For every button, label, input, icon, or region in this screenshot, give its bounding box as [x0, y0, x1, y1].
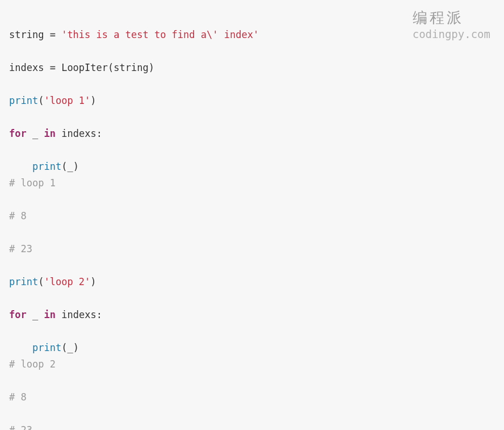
keyword-in: in — [44, 128, 55, 139]
comment: # 8 — [9, 391, 27, 403]
keyword-in: in — [44, 309, 55, 320]
space — [38, 309, 44, 320]
paren-open: ( — [108, 62, 114, 73]
indent — [9, 161, 32, 172]
identifier: indexs — [61, 309, 96, 320]
space — [56, 128, 61, 139]
callable: LoopIter — [61, 62, 108, 73]
paren-open: ( — [38, 95, 44, 106]
colon: : — [96, 309, 102, 320]
code-line: print(_) — [9, 161, 79, 172]
code-line: for _ in indexs: — [9, 128, 102, 139]
comment: # loop 1 — [9, 177, 56, 189]
function-print: print — [32, 342, 61, 353]
function-print: print — [9, 276, 38, 287]
comment: # loop 2 — [9, 358, 56, 370]
argument: _ — [67, 161, 73, 172]
paren-open: ( — [61, 161, 67, 172]
identifier: indexs — [61, 128, 96, 139]
paren-close: ) — [90, 276, 96, 287]
code-line: indexs = LoopIter(string) — [9, 62, 154, 73]
paren-open: ( — [61, 342, 67, 353]
argument: string — [114, 62, 148, 73]
space — [56, 309, 61, 320]
identifier: _ — [32, 128, 38, 139]
function-print: print — [9, 95, 38, 106]
operator: = — [44, 62, 61, 73]
identifier: string — [9, 29, 44, 40]
code-line: string = 'this is a test to find a\' ind… — [9, 29, 259, 40]
operator: = — [44, 29, 61, 40]
paren-open: ( — [38, 276, 44, 287]
string-literal: 'this is a test to find a\' index' — [61, 29, 259, 40]
paren-close: ) — [73, 161, 79, 172]
string-literal: 'loop 2' — [44, 276, 90, 287]
string-literal: 'loop 1' — [44, 95, 90, 106]
comment: # 23 — [9, 424, 32, 430]
identifier: indexs — [9, 62, 44, 73]
code-line: for _ in indexs: — [9, 309, 102, 320]
space — [27, 128, 32, 139]
paren-close: ) — [73, 342, 79, 353]
comment: # 8 — [9, 210, 27, 222]
colon: : — [96, 128, 102, 139]
paren-close: ) — [90, 95, 96, 106]
keyword-for: for — [9, 309, 27, 320]
paren-close: ) — [149, 62, 154, 73]
space — [38, 128, 44, 139]
identifier: _ — [32, 309, 38, 320]
code-line: print(_) — [9, 342, 79, 353]
argument: _ — [67, 342, 73, 353]
keyword-for: for — [9, 128, 27, 139]
indent — [9, 342, 32, 353]
function-print: print — [32, 161, 61, 172]
code-line: print('loop 1') — [9, 95, 96, 106]
space — [27, 309, 32, 320]
code-block: string = 'this is a test to find a\' ind… — [0, 0, 504, 430]
comment: # 23 — [9, 243, 32, 254]
code-line: print('loop 2') — [9, 276, 96, 287]
